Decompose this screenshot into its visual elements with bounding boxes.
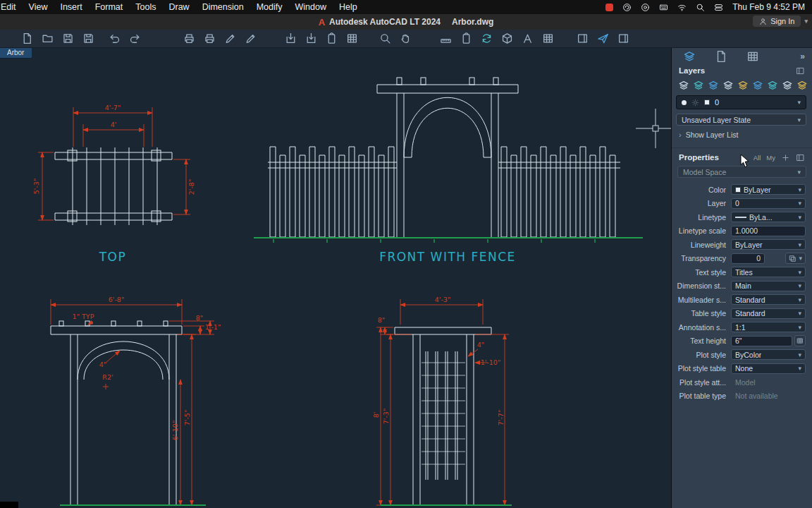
svg-text:4'-3": 4'-3" <box>435 296 451 303</box>
linetype-scale-input[interactable] <box>731 226 806 236</box>
menu-tools[interactable]: Tools <box>129 2 162 12</box>
export-icon[interactable] <box>285 32 297 44</box>
zoom-window-icon[interactable] <box>379 32 391 44</box>
content-panel-icon[interactable] <box>577 32 589 44</box>
new-layer-icon[interactable] <box>693 80 704 91</box>
menu-view[interactable]: View <box>23 2 54 12</box>
redo-icon[interactable] <box>129 32 141 44</box>
blocks-palette-tab-icon[interactable] <box>715 50 727 63</box>
layer-state-select[interactable]: Unsaved Layer State ▾ <box>676 114 806 126</box>
text-icon[interactable] <box>522 32 534 44</box>
save-as-icon[interactable] <box>82 32 94 44</box>
plot-table-type-value: Not available <box>731 392 778 400</box>
svg-text:6'-10": 6'-10" <box>171 421 179 441</box>
layer-freeze-icon[interactable] <box>737 80 749 91</box>
linetype-select[interactable]: ByLa... ▾ <box>731 212 806 222</box>
layer-off-icon[interactable] <box>752 80 763 91</box>
keyboard-icon[interactable] <box>659 3 668 12</box>
sign-in-button[interactable]: Sign In <box>753 16 801 27</box>
app-circle-icon[interactable] <box>641 3 650 12</box>
filter-my-button[interactable]: My <box>766 154 775 162</box>
plot-settings-icon[interactable] <box>245 32 257 44</box>
text-style-select[interactable]: Titles ▾ <box>731 267 806 277</box>
color-select[interactable]: ByLayer ▾ <box>731 184 806 195</box>
chevron-down-icon: ▾ <box>799 255 802 262</box>
transparency-options-button[interactable]: ▾ <box>785 253 806 264</box>
menu-format[interactable]: Format <box>89 2 130 12</box>
layers-section-header: Layers <box>672 65 812 76</box>
front-view-label: FRONT WITH FENCE <box>379 250 516 264</box>
text-height-pick-button[interactable] <box>794 335 806 346</box>
svg-text:7'-5": 7'-5" <box>183 410 191 426</box>
pan-icon[interactable] <box>400 32 412 44</box>
assistant-icon[interactable] <box>622 3 632 12</box>
table-icon[interactable] <box>542 32 554 44</box>
panel-dock-icon[interactable] <box>796 66 805 75</box>
color-swatch <box>735 187 741 193</box>
refresh-icon[interactable] <box>481 32 493 44</box>
annotation-scale-select[interactable]: 1:1 ▾ <box>731 322 806 332</box>
menu-help[interactable]: Help <box>333 2 364 12</box>
menu-draw[interactable]: Draw <box>162 2 195 12</box>
svg-text:1'-10": 1'-10" <box>481 358 501 366</box>
drawing-canvas[interactable]: 4'-7" 4' 5'-3" 2'-8" TOP <box>0 48 671 508</box>
search-icon[interactable] <box>696 3 705 12</box>
menubar-clock[interactable]: Thu Feb 9 4:52 PM <box>732 2 805 12</box>
layer-select[interactable]: 0 ▾ <box>731 198 806 209</box>
print-icon[interactable] <box>183 32 195 44</box>
attach-icon[interactable] <box>326 32 338 44</box>
sheets-palette-tab-icon[interactable] <box>746 50 759 63</box>
new-file-icon[interactable] <box>21 32 33 44</box>
menu-modify[interactable]: Modify <box>250 2 289 12</box>
arch-front-dimensions <box>51 299 214 505</box>
layers-palette-tab-icon[interactable] <box>683 50 696 63</box>
dimension-style-select[interactable]: Main ▾ <box>731 281 806 291</box>
text-height-input[interactable] <box>731 336 792 346</box>
show-layer-list-link[interactable]: › Show Layer List <box>679 131 812 139</box>
chevron-down-icon: ▾ <box>798 310 801 317</box>
layer-merge-icon[interactable] <box>796 80 808 91</box>
multileader-style-select[interactable]: Standard ▾ <box>731 294 806 305</box>
match-properties-icon[interactable] <box>460 32 472 44</box>
undo-icon[interactable] <box>109 32 121 44</box>
table-style-select[interactable]: Standard ▾ <box>731 308 806 319</box>
document-tab-label: Arbor <box>7 49 24 56</box>
plot-style-table-select[interactable]: None ▾ <box>731 363 806 374</box>
save-icon[interactable] <box>62 32 74 44</box>
current-layer-select[interactable]: 0 ▾ <box>676 95 806 109</box>
filter-all-button[interactable]: All <box>753 154 761 162</box>
record-icon[interactable] <box>605 4 613 11</box>
chevron-down-icon[interactable]: ▾ <box>804 18 808 25</box>
layout-panel-icon[interactable] <box>617 32 629 44</box>
menu-insert[interactable]: Insert <box>54 2 88 12</box>
autocad-app-icon: A <box>319 17 325 28</box>
lineweight-select[interactable]: ByLayer ▾ <box>731 239 806 250</box>
layer-color-icon[interactable] <box>782 80 793 91</box>
import-icon[interactable] <box>305 32 317 44</box>
pick-icon <box>796 337 804 344</box>
add-property-icon[interactable] <box>781 153 790 162</box>
measure-icon[interactable] <box>440 32 452 44</box>
panel-dock-icon[interactable] <box>796 153 805 162</box>
plot-style-select[interactable]: ByColor ▾ <box>731 349 806 360</box>
layer-state-icon[interactable] <box>708 80 719 91</box>
print-plus-icon[interactable] <box>204 32 216 44</box>
layer-isolate-icon[interactable] <box>722 80 734 91</box>
sheet-manager-icon[interactable] <box>346 32 358 44</box>
document-tab-arbor[interactable]: Arbor <box>0 48 32 59</box>
layer-properties-icon[interactable] <box>678 80 689 91</box>
palette-overflow-icon[interactable]: » <box>800 52 805 61</box>
menu-dimension[interactable]: Dimension <box>196 2 250 12</box>
control-center-icon[interactable] <box>714 3 723 12</box>
show-layer-list-label: Show Layer List <box>686 131 739 139</box>
menu-edit[interactable]: Edit <box>0 2 23 12</box>
menu-window[interactable]: Window <box>289 2 333 12</box>
open-file-icon[interactable] <box>42 32 54 44</box>
wifi-icon[interactable] <box>677 3 687 12</box>
transparency-input[interactable] <box>731 253 765 264</box>
insert-block-icon[interactable] <box>501 32 513 44</box>
share-icon[interactable] <box>597 32 609 44</box>
page-setup-icon[interactable] <box>224 32 236 44</box>
layer-lock-icon[interactable] <box>767 80 778 91</box>
chevron-down-icon: ▾ <box>797 116 801 123</box>
